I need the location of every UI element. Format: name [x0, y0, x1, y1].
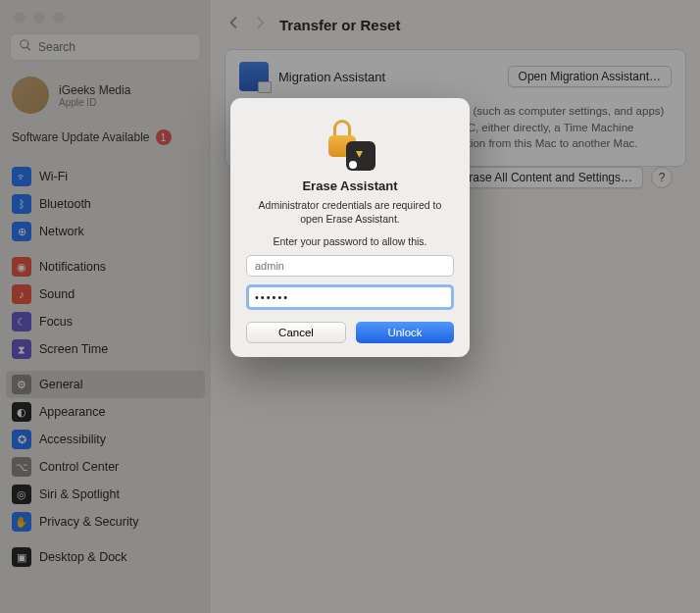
dialog-title: Erase Assistant — [246, 179, 454, 193]
modal-scrim: Erase Assistant Administrator credential… — [0, 0, 700, 613]
dialog-message: Administrator credentials are required t… — [246, 198, 454, 226]
username-field[interactable] — [246, 255, 454, 277]
lock-admin-icon — [321, 116, 379, 173]
cancel-button[interactable]: Cancel — [246, 322, 346, 343]
dialog-subtext: Enter your password to allow this. — [246, 235, 454, 247]
auth-dialog: Erase Assistant Administrator credential… — [230, 98, 470, 357]
password-field[interactable] — [246, 284, 454, 310]
unlock-button[interactable]: Unlock — [356, 322, 454, 343]
